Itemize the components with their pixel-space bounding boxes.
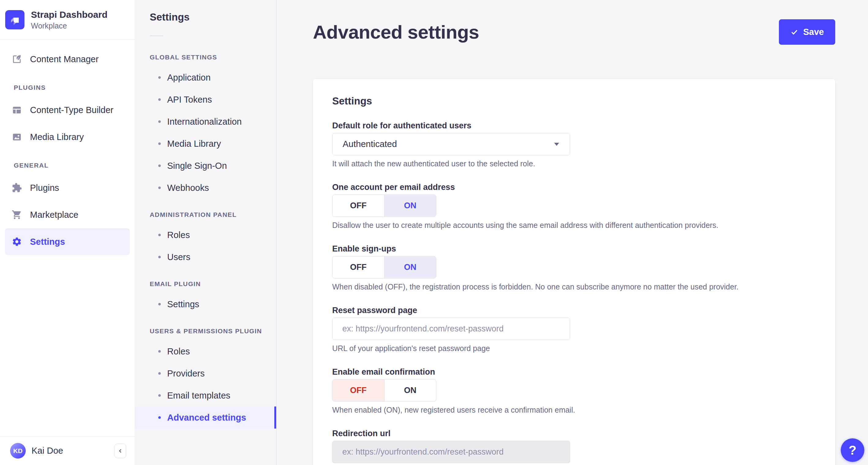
field-reset-password: Reset password page URL of your applicat… xyxy=(332,306,816,353)
collapse-sidebar-button[interactable] xyxy=(115,443,126,458)
media-library-icon xyxy=(12,132,22,142)
main-nav: Content Manager PLUGINS Content-Type Bui… xyxy=(0,39,135,436)
email-confirmation-toggle[interactable]: OFF ON xyxy=(332,379,436,402)
card-title: Settings xyxy=(332,95,816,107)
user-menu[interactable]: KD Kai Doe xyxy=(10,443,63,459)
nav-item-settings[interactable]: Settings xyxy=(5,228,130,255)
plugins-icon xyxy=(12,182,22,193)
sidebar-footer: KD Kai Doe xyxy=(0,436,135,465)
toggle-off-option[interactable]: OFF xyxy=(333,256,384,278)
field-email-confirmation: Enable email confirmation OFF ON When en… xyxy=(332,368,816,414)
question-mark-icon: ? xyxy=(849,443,857,458)
toggle-on-option[interactable]: ON xyxy=(384,195,436,216)
subnav-item-single-sign-on[interactable]: Single Sign-On xyxy=(135,155,276,177)
marketplace-cart-icon xyxy=(12,209,22,220)
nav-section-header-plugins: PLUGINS xyxy=(0,79,135,96)
subnav-item-media-library[interactable]: Media Library xyxy=(135,133,276,155)
chevron-down-icon xyxy=(554,143,559,146)
subnav-title: Settings xyxy=(135,11,276,23)
subnav-list: GLOBAL SETTINGS Application API Tokens I… xyxy=(135,50,276,429)
save-button[interactable]: Save xyxy=(779,19,835,45)
select-value: Authenticated xyxy=(343,139,397,149)
page-title: Advanced settings xyxy=(313,21,479,43)
field-hint: When enabled (ON), new registered users … xyxy=(332,405,816,414)
nav-item-label: Marketplace xyxy=(30,210,79,220)
sign-ups-toggle[interactable]: OFF ON xyxy=(332,256,436,279)
subnav-item-up-providers[interactable]: Providers xyxy=(135,362,276,384)
settings-card: Settings Default role for authenticated … xyxy=(313,79,835,465)
avatar: KD xyxy=(10,443,26,459)
field-label: One account per email address xyxy=(332,183,816,192)
subnav-item-up-email-templates[interactable]: Email templates xyxy=(135,384,276,406)
workspace-switcher[interactable]: Strapi Dashboard Workplace xyxy=(0,0,135,39)
check-icon xyxy=(790,28,799,36)
main-sidebar: Strapi Dashboard Workplace Content Manag… xyxy=(0,0,135,465)
nav-item-label: Content-Type Builder xyxy=(30,105,113,115)
subnav-item-internationalization[interactable]: Internationalization xyxy=(135,111,276,133)
workspace-title: Strapi Dashboard xyxy=(31,9,107,20)
toggle-off-option[interactable]: OFF xyxy=(333,380,384,401)
subnav-divider xyxy=(150,35,163,36)
subnav-item-webhooks[interactable]: Webhooks xyxy=(135,177,276,199)
toggle-on-option[interactable]: ON xyxy=(384,256,436,278)
nav-item-label: Media Library xyxy=(30,132,84,142)
redirection-url-input xyxy=(332,441,570,463)
main-content: Advanced settings Save Settings Default … xyxy=(277,0,868,465)
field-hint: It will attach the new authenticated use… xyxy=(332,159,816,168)
page-header: Advanced settings Save xyxy=(313,19,835,45)
subnav-item-up-advanced-settings[interactable]: Advanced settings xyxy=(135,406,276,429)
subnav-item-admin-users[interactable]: Users xyxy=(135,246,276,268)
nav-item-label: Settings xyxy=(30,237,65,247)
one-account-toggle[interactable]: OFF ON xyxy=(332,195,436,217)
help-button[interactable]: ? xyxy=(841,438,864,462)
field-label: Redirection url xyxy=(332,429,816,438)
subnav-section-global-settings: GLOBAL SETTINGS xyxy=(135,50,276,65)
default-role-select[interactable]: Authenticated xyxy=(332,133,570,155)
nav-item-marketplace[interactable]: Marketplace xyxy=(5,201,130,228)
strapi-logo-icon xyxy=(5,10,25,29)
nav-item-content-type-builder[interactable]: Content-Type Builder xyxy=(5,96,130,123)
subnav-section-administration-panel: ADMINISTRATION PANEL xyxy=(135,207,276,222)
field-label: Reset password page xyxy=(332,306,816,315)
field-label: Enable sign-ups xyxy=(332,244,816,253)
field-default-role: Default role for authenticated users Aut… xyxy=(332,121,816,168)
field-label: Enable email confirmation xyxy=(332,368,816,376)
nav-item-label: Plugins xyxy=(30,183,59,193)
subnav-section-email-plugin: EMAIL PLUGIN xyxy=(135,277,276,291)
subnav-item-admin-roles[interactable]: Roles xyxy=(135,224,276,246)
user-name: Kai Doe xyxy=(32,446,63,456)
content-manager-icon xyxy=(12,54,22,64)
reset-password-input[interactable] xyxy=(332,318,570,340)
toggle-on-option[interactable]: ON xyxy=(384,380,436,401)
subnav-section-users-permissions-plugin: USERS & PERMISSIONS PLUGIN xyxy=(135,324,276,339)
nav-item-content-manager[interactable]: Content Manager xyxy=(5,46,130,72)
settings-subnav: Settings GLOBAL SETTINGS Application API… xyxy=(135,0,277,465)
nav-item-media-library[interactable]: Media Library xyxy=(5,123,130,150)
gear-icon xyxy=(12,236,22,247)
workspace-subtitle: Workplace xyxy=(31,21,107,30)
brand-text: Strapi Dashboard Workplace xyxy=(31,9,107,30)
strapi-admin-app: Strapi Dashboard Workplace Content Manag… xyxy=(0,0,868,465)
nav-item-plugins[interactable]: Plugins xyxy=(5,174,130,201)
content-type-builder-icon xyxy=(12,105,22,115)
nav-item-label: Content Manager xyxy=(30,54,99,64)
subnav-item-email-settings[interactable]: Settings xyxy=(135,293,276,315)
field-one-account: One account per email address OFF ON Dis… xyxy=(332,183,816,230)
chevron-left-icon xyxy=(117,447,124,454)
nav-section-header-general: GENERAL xyxy=(0,156,135,174)
subnav-item-up-roles[interactable]: Roles xyxy=(135,340,276,362)
subnav-item-api-tokens[interactable]: API Tokens xyxy=(135,89,276,111)
field-sign-ups: Enable sign-ups OFF ON When disabled (OF… xyxy=(332,244,816,291)
field-hint: Disallow the user to create multiple acc… xyxy=(332,221,816,230)
subnav-item-application[interactable]: Application xyxy=(135,66,276,89)
field-hint: URL of your application's reset password… xyxy=(332,344,816,353)
field-redirection-url: Redirection url xyxy=(332,429,816,463)
field-hint: When disabled (OFF), the registration pr… xyxy=(332,282,816,291)
field-label: Default role for authenticated users xyxy=(332,121,816,130)
save-button-label: Save xyxy=(803,27,824,37)
toggle-off-option[interactable]: OFF xyxy=(333,195,384,216)
